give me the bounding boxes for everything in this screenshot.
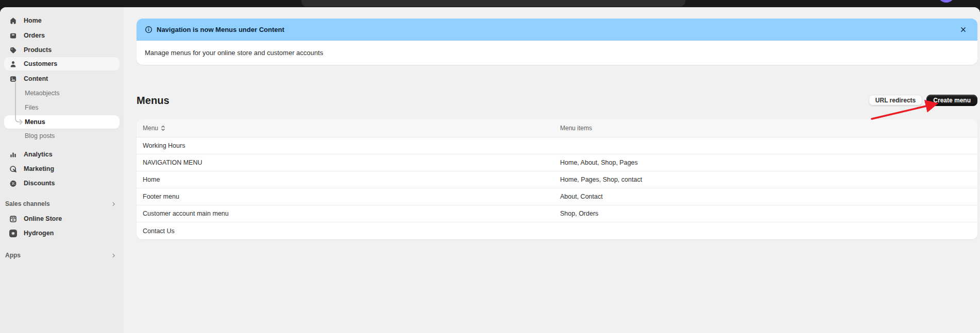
sidebar-item-files[interactable]: Files — [4, 101, 120, 114]
page-header: Menus URL redirects Create menu — [137, 89, 977, 112]
banner-title: Navigation is now Menus under Content — [157, 26, 284, 33]
sidebar-item-label: Analytics — [24, 151, 53, 158]
page-actions: URL redirects Create menu — [869, 95, 977, 106]
marketing-icon — [9, 165, 17, 173]
sidebar-item-label: Files — [25, 104, 38, 111]
table-row[interactable]: NAVIGATION MENU Home, About, Shop, Pages — [137, 154, 977, 171]
menu-cell: NAVIGATION MENU — [137, 159, 554, 166]
table-row[interactable]: Footer menu About, Contact — [137, 188, 977, 205]
app-frame: Home Orders Products Customers Content — [0, 7, 980, 333]
table-row[interactable]: Customer account main menu Shop, Orders — [137, 205, 977, 222]
sidebar-item-label: Metaobjects — [25, 90, 59, 97]
sidebar-item-orders[interactable]: Orders — [4, 29, 120, 42]
sidebar-item-label: Products — [24, 46, 52, 54]
apps-label: Apps — [5, 252, 21, 259]
url-redirects-button[interactable]: URL redirects — [869, 95, 922, 106]
products-icon — [9, 46, 17, 54]
sidebar-item-label: Discounts — [24, 180, 55, 187]
column-header-menu-items: Menu items — [554, 125, 977, 132]
main-content: Navigation is now Menus under Content Ma… — [124, 7, 980, 333]
search-bar[interactable] — [301, 0, 685, 7]
topbar — [0, 0, 980, 7]
online-store-icon — [9, 215, 17, 223]
menu-cell: Footer menu — [137, 193, 554, 200]
customers-icon — [9, 60, 17, 68]
menu-cell: Working Hours — [137, 142, 554, 149]
page-title: Menus — [137, 95, 170, 107]
sidebar-item-label: Content — [24, 75, 48, 82]
sidebar-item-label: Marketing — [24, 165, 54, 172]
sidebar-item-hydrogen[interactable]: Hydrogen — [4, 226, 120, 240]
apps-header[interactable]: Apps — [4, 250, 120, 261]
create-menu-button[interactable]: Create menu — [926, 95, 977, 106]
sidebar-item-home[interactable]: Home — [4, 14, 120, 27]
menu-cell: Customer account main menu — [137, 210, 554, 217]
menu-items-cell: Shop, Orders — [554, 210, 977, 217]
menu-items-cell: Home, About, Shop, Pages — [554, 159, 977, 166]
sidebar-item-label: Home — [24, 17, 42, 24]
sidebar-item-analytics[interactable]: Analytics — [4, 148, 120, 161]
menu-cell: Contact Us — [137, 227, 554, 235]
sidebar-item-content[interactable]: Content — [4, 72, 120, 85]
sidebar-item-online-store[interactable]: Online Store — [4, 212, 120, 225]
sales-channels-label: Sales channels — [5, 200, 50, 207]
sidebar-item-customers[interactable]: Customers — [4, 57, 120, 71]
info-icon — [145, 26, 153, 33]
sidebar-item-menus[interactable]: Menus — [4, 115, 120, 129]
column-header-label: Menu items — [560, 125, 592, 132]
table-row[interactable]: Home Home, Pages, Shop, contact — [137, 171, 977, 188]
sidebar-item-label: Orders — [24, 32, 45, 39]
sort-icon — [161, 125, 165, 131]
column-header-menu[interactable]: Menu — [137, 125, 554, 132]
discounts-icon — [9, 179, 17, 187]
menu-items-cell: About, Contact — [554, 193, 977, 200]
chevron-right-icon — [111, 201, 116, 207]
sidebar-item-blog-posts[interactable]: Blog posts — [4, 129, 120, 143]
menus-table: Menu Menu items Working Hours NAVIGATION… — [137, 119, 977, 239]
hydrogen-icon — [9, 229, 17, 237]
content-icon — [9, 75, 17, 83]
chevron-right-icon — [111, 253, 116, 258]
sidebar-item-label: Menus — [25, 118, 45, 126]
info-banner-header: Navigation is now Menus under Content — [137, 19, 977, 41]
home-icon — [9, 16, 17, 25]
sidebar-item-label: Customers — [24, 60, 57, 67]
orders-icon — [9, 31, 17, 40]
sales-channels-header[interactable]: Sales channels — [4, 198, 120, 209]
menu-cell: Home — [137, 176, 554, 183]
info-banner: Navigation is now Menus under Content Ma… — [137, 19, 977, 65]
avatar[interactable] — [938, 0, 955, 3]
sidebar: Home Orders Products Customers Content — [0, 7, 124, 333]
close-icon[interactable] — [957, 24, 969, 36]
analytics-icon — [9, 150, 17, 159]
table-row[interactable]: Contact Us — [137, 222, 977, 239]
banner-body-text: Manage menus for your online store and c… — [137, 41, 977, 65]
sidebar-item-discounts[interactable]: Discounts — [4, 177, 120, 190]
sidebar-item-products[interactable]: Products — [4, 43, 120, 57]
sidebar-item-label: Online Store — [24, 215, 62, 222]
table-row[interactable]: Working Hours — [137, 137, 977, 154]
table-header-row: Menu Menu items — [137, 119, 977, 137]
sidebar-item-label: Blog posts — [25, 132, 55, 139]
sidebar-item-marketing[interactable]: Marketing — [4, 162, 120, 176]
menu-items-cell: Home, Pages, Shop, contact — [554, 176, 977, 183]
sidebar-item-label: Hydrogen — [24, 230, 54, 237]
sidebar-item-metaobjects[interactable]: Metaobjects — [4, 86, 120, 100]
column-header-label: Menu — [143, 125, 158, 132]
